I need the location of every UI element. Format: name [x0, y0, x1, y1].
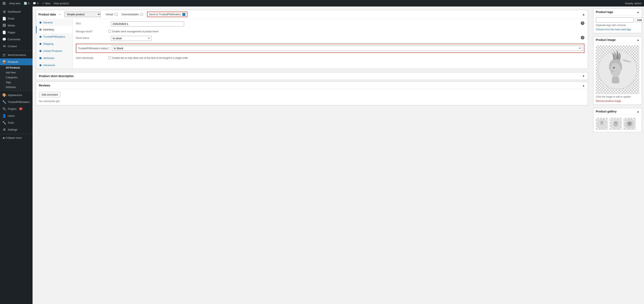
gallery-thumb-1[interactable]: 2017	[596, 118, 608, 130]
sold-individually-field: Enable this to only allow one of this it…	[108, 56, 584, 60]
product-tags-box: Product tags ▲ Add Separate tags with co…	[593, 8, 642, 33]
send-to-checkbox-checked[interactable]: ✓	[182, 13, 185, 16]
tab-advanced[interactable]: Advanced	[36, 62, 72, 69]
pages-icon: 📑	[2, 30, 6, 34]
product-image-toggle-icon: ▲	[637, 38, 639, 42]
sidebar-item-appearance[interactable]: 🎨 Appearance	[0, 92, 32, 98]
sidebar-item-attributes[interactable]: Attributes	[0, 85, 32, 90]
adminbar-comments[interactable]: 💬 0	[33, 2, 38, 5]
adminbar-updates[interactable]: 🔄 4	[24, 2, 30, 5]
tag-input[interactable]	[596, 18, 634, 22]
collapse-menu-button[interactable]: ◀ Collapse menu	[0, 135, 32, 141]
gallery-thumb-3[interactable]	[624, 118, 636, 130]
sku-row: SKU ?	[76, 21, 584, 26]
product-data-tabs: General Inventory TrustedPMDealers	[36, 19, 72, 69]
sidebar-item-posts[interactable]: 📄 Posts	[0, 15, 32, 22]
sidebar-item-tools[interactable]: 🔧 Tools	[0, 119, 32, 126]
trusted-status-label: TrustedPMDealers status *	[78, 47, 110, 50]
stock-status-help-icon[interactable]: ?	[581, 36, 584, 40]
choose-tags-link[interactable]: Choose from the most used tags	[596, 28, 631, 31]
sidebar-item-categories[interactable]: Categories	[0, 75, 32, 80]
admin-bar: ⊞ shop woo 🔄 4 💬 0 ＋ New View product Ho…	[0, 0, 644, 6]
product-type-select[interactable]: Simple product Grouped product External/…	[64, 12, 101, 17]
tab-linked-products[interactable]: Linked Products	[36, 48, 72, 54]
sku-input[interactable]	[111, 21, 184, 26]
tab-attributes[interactable]: Attributes	[36, 54, 72, 62]
downloadable-checkbox[interactable]	[140, 13, 143, 16]
sidebar-item-plugins[interactable]: 🔌 Plugins 3	[0, 105, 32, 112]
products-icon: 📦	[2, 60, 6, 64]
product-data-toggle[interactable]: ▲	[582, 12, 585, 16]
content-area: Product data — Simple product Grouped pr…	[32, 6, 591, 304]
product-tags-title: Product tags	[596, 10, 613, 14]
dashboard-icon: ⊞	[2, 10, 6, 14]
svg-point-6	[600, 121, 604, 124]
manage-stock-checkbox-label: Enable stock management at product level	[112, 29, 158, 33]
add-tag-button[interactable]: Add	[635, 18, 644, 22]
plugins-icon: 🔌	[2, 107, 6, 110]
svg-point-9	[614, 122, 617, 124]
product-tags-body: Add Separate tags with commas Choose fro…	[593, 16, 642, 33]
sidebar-item-contact[interactable]: ✉ Contact	[0, 43, 32, 50]
tab-trustedpmdealers[interactable]: TrustedPMDealers	[36, 33, 72, 40]
adminbar-view-product[interactable]: View product	[54, 2, 69, 5]
sidebar-item-users[interactable]: 👤 Users	[0, 112, 32, 119]
linked-products-tab-icon	[40, 50, 42, 52]
stock-status-field: In stock Out of stock On backorder	[111, 36, 578, 41]
sidebar-item-trustedpmdealers[interactable]: 🔧 TrustedPMDealers	[0, 98, 32, 105]
no-comments-text: No comments yet.	[39, 100, 585, 103]
trusted-status-select[interactable]: In Stock Out of Stock Low Stock	[112, 46, 582, 51]
inventory-tab-content: SKU ? Manage stock? Enable stock mana	[72, 19, 588, 69]
tab-shipping[interactable]: Shipping	[36, 40, 72, 48]
menu-separator-3	[0, 134, 32, 134]
stock-status-select[interactable]: In stock Out of stock On backorder	[111, 36, 152, 41]
wp-logo-icon[interactable]: ⊞	[2, 1, 6, 6]
gallery-thumb-2[interactable]	[610, 118, 622, 130]
reviews-body: Add comment No comments yet.	[36, 89, 588, 105]
tab-general[interactable]: General	[36, 19, 72, 26]
main-content: Product data — Simple product Grouped pr…	[32, 6, 644, 304]
sidebar-item-pages[interactable]: 📑 Pages	[0, 29, 32, 36]
sold-individually-checkbox[interactable]	[108, 56, 111, 59]
sku-label: SKU	[76, 21, 108, 25]
inventory-tab-icon	[40, 29, 42, 31]
trusted-tab-icon	[40, 36, 42, 38]
general-tab-icon	[40, 22, 42, 24]
settings-icon: ⚙	[2, 128, 6, 131]
gallery-thumb-3-image	[624, 118, 635, 130]
manage-stock-label: Manage stock?	[76, 29, 108, 33]
tab-inventory[interactable]: Inventory	[36, 26, 72, 33]
sidebar-item-add-new[interactable]: Add New	[0, 70, 32, 75]
shipping-tab-icon	[40, 43, 42, 45]
users-icon: 👤	[2, 114, 6, 118]
sidebar-item-products[interactable]: 📦 Products	[0, 58, 32, 65]
reviews-toggle-icon: ▲	[582, 84, 585, 87]
reviews-section: Reviews ▲ Add comment No comments yet.	[36, 82, 588, 105]
sidebar-item-woocommerce[interactable]: 🛒 WooCommerce	[0, 52, 32, 58]
sidebar-item-all-products[interactable]: All Products	[0, 65, 32, 70]
remove-product-image-link[interactable]: Remove product image	[596, 100, 621, 102]
downloadable-label: Downloadable:	[122, 13, 139, 16]
manage-stock-checkbox[interactable]	[108, 30, 111, 32]
product-gallery-toggle-icon: ▲	[637, 110, 639, 113]
advanced-tab-icon	[40, 64, 42, 66]
sidebar-item-settings[interactable]: ⚙ Settings	[0, 126, 32, 133]
sku-field-group	[111, 21, 578, 26]
woocommerce-icon: 🛒	[2, 53, 6, 57]
sku-help-icon[interactable]: ?	[581, 21, 584, 25]
virtual-checkbox[interactable]	[115, 13, 118, 16]
sidebar-item-dashboard[interactable]: ⊞ Dashboard	[0, 8, 32, 15]
add-comment-button[interactable]: Add comment	[39, 92, 60, 98]
adminbar-howdy: Howdy, admin	[625, 2, 642, 5]
short-description-header[interactable]: Product short description ▼	[36, 72, 588, 80]
product-image-title: Product image	[596, 38, 616, 42]
sidebar-item-tags[interactable]: Tags	[0, 80, 32, 85]
sidebar-item-comments[interactable]: 💬 Comments	[0, 36, 32, 43]
product-image-container[interactable]: LIBERTY	[596, 45, 639, 94]
sidebar-item-media[interactable]: 🖼 Media	[0, 22, 32, 29]
adminbar-new-button[interactable]: ＋ New	[42, 2, 50, 5]
reviews-header[interactable]: Reviews ▲	[36, 82, 588, 89]
stock-status-row: Stock status In stock Out of stock On ba…	[76, 36, 584, 41]
sold-individually-row: Sold individually Enable this to only al…	[76, 56, 584, 60]
adminbar-site-name[interactable]: shop woo	[9, 2, 20, 5]
